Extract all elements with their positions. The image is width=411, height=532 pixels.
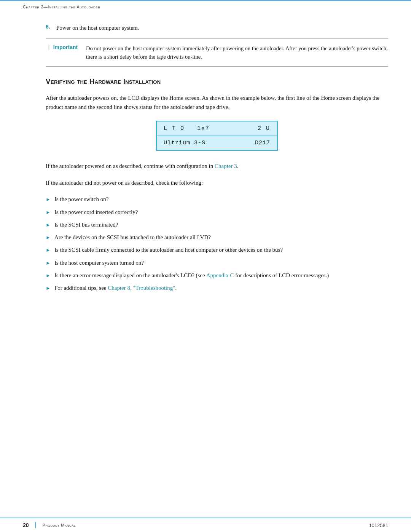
list-item: ► For additional tips, see Chapter 8, "T… [46,284,388,292]
header-chapter-text: Chapter 2—Installing the Autoloader [23,5,100,9]
list-item: ► Are the devices on the SCSI bus attach… [46,233,388,242]
bullet-text: Is the SCSI bus terminated? [54,220,388,229]
bullet-text: Is the SCSI cable firmly connected to th… [54,246,388,254]
important-label: Important [46,44,80,50]
chapter8-link[interactable]: Chapter 8, "Troubleshooting" [108,285,175,291]
lcd-bottom-right: D217 [255,140,270,146]
list-item: ► Is there an error message displayed on… [46,271,388,280]
bullet-arrow-icon: ► [46,209,51,216]
bullet-arrow-icon: ► [46,259,51,267]
list-item: ► Is the power switch on? [46,195,388,204]
main-content: 6. Power on the host computer system. Im… [0,12,411,518]
bullet-text: Is there an error message displayed on t… [54,271,388,280]
bullet-arrow-icon: ► [46,284,51,292]
body-para-3: If the autoloader did not power on as de… [46,178,388,187]
bullet-text: Is the power switch on? [54,195,388,204]
footer-page-number: 20 [23,522,36,528]
footer-left: 20 Product Manual [23,522,76,528]
bullet-arrow-icon: ► [46,221,51,229]
bullet-arrow-icon: ► [46,234,51,241]
list-item: ► Is the host computer system turned on? [46,259,388,267]
bullet-text: Is the host computer system turned on? [54,259,388,267]
list-item: ► Is the power cord inserted correctly? [46,208,388,217]
list-item: ► Is the SCSI bus terminated? [46,220,388,229]
bullet-text: Are the devices on the SCSI bus attached… [54,233,388,242]
lcd-row-bottom: Ultrium 3-S D217 [157,136,277,150]
page-container: Chapter 2—Installing the Autoloader 6. P… [0,0,411,532]
lcd-display: L T O 1x7 2 U Ultrium 3-S D217 [156,121,278,151]
chapter3-link[interactable]: Chapter 3 [215,163,237,169]
bullet-arrow-icon: ► [46,196,51,203]
body-para-2-before: If the autoloader powered on as describe… [46,163,215,169]
step-6-text: Power on the host computer system. [56,24,139,32]
step-6-number: 6. [46,24,56,32]
page-footer: 20 Product Manual 1012581 [0,518,411,532]
important-text: Do not power on the host computer system… [86,44,388,61]
lcd-top-left: L T O 1x7 [164,125,258,132]
page-header: Chapter 2—Installing the Autoloader [0,0,411,12]
footer-label: Product Manual [43,523,76,527]
bullet-list: ► Is the power switch on? ► Is the power… [46,195,388,292]
list-item: ► Is the SCSI cable firmly connected to … [46,246,388,254]
bullet-arrow-icon: ► [46,272,51,280]
footer-doc-number: 1012581 [369,522,388,528]
bullet-arrow-icon: ► [46,246,51,254]
lcd-top-right: 2 U [258,125,270,132]
body-para-1: After the autoloader powers on, the LCD … [46,93,388,112]
lcd-bottom-left: Ultrium 3-S [164,140,255,146]
body-para-2-after: . [237,163,239,169]
important-box: Important Do not power on the host compu… [46,38,388,67]
appendix-c-link[interactable]: Appendix C [206,272,234,278]
bullet-text: Is the power cord inserted correctly? [54,208,388,217]
step-6-item: 6. Power on the host computer system. [46,24,388,32]
lcd-row-top: L T O 1x7 2 U [157,121,277,136]
section-heading: Verifying the Hardware Installation [46,77,388,86]
bullet-text: For additional tips, see Chapter 8, "Tro… [54,284,388,292]
body-para-2: If the autoloader powered on as describe… [46,161,388,171]
